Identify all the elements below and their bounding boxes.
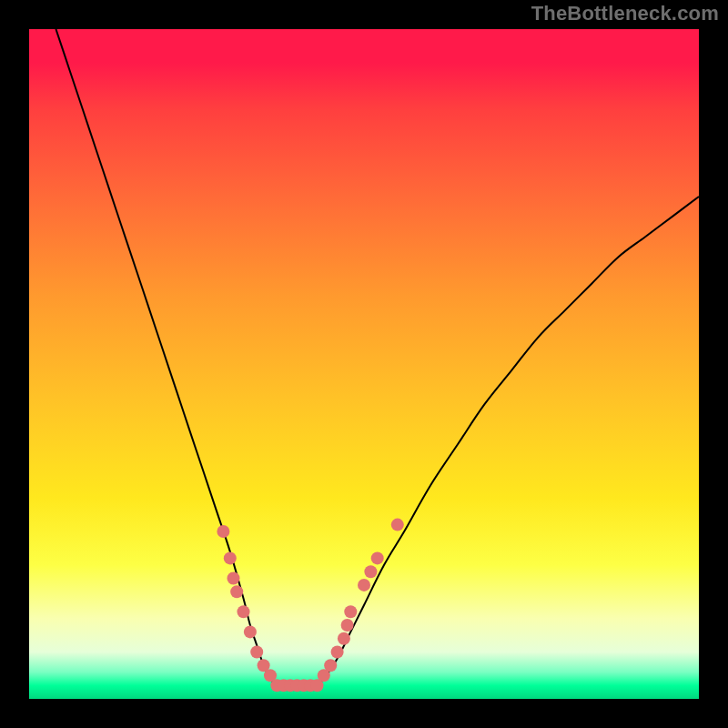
chart-outer: TheBottleneck.com <box>0 0 728 728</box>
scatter-dot <box>224 551 237 564</box>
scatter-dot <box>230 585 243 598</box>
scatter-dot <box>358 579 370 592</box>
scatter-dot <box>371 551 384 564</box>
curve-svg <box>29 29 699 699</box>
scatter-dot <box>331 646 344 659</box>
scatter-dot <box>238 605 250 618</box>
scatter-dot <box>324 659 337 672</box>
scatter-dot <box>228 572 240 585</box>
curve-left <box>56 29 277 685</box>
curve-right <box>317 197 699 685</box>
scatter-dot <box>338 632 350 645</box>
scatter-dot <box>391 519 404 531</box>
plot-area <box>29 29 699 699</box>
watermark-text: TheBottleneck.com <box>531 2 719 25</box>
scatter-dot <box>250 646 263 659</box>
scatter-dot <box>341 619 354 632</box>
scatter-dot <box>244 625 257 638</box>
scatter-dot <box>217 525 229 538</box>
scatter-dot <box>364 565 377 578</box>
scatter-dot <box>344 605 357 618</box>
